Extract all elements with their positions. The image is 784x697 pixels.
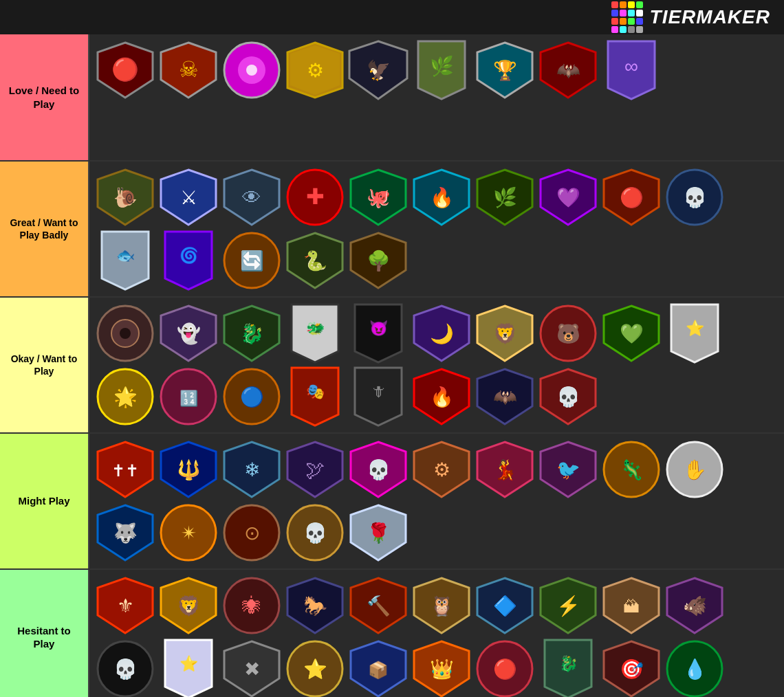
badge-h19[interactable]: 🎯 xyxy=(601,639,662,697)
logo-grid xyxy=(611,1,643,33)
badge-h18[interactable]: 🐉 xyxy=(538,639,598,697)
badge-h20[interactable]: 💧 xyxy=(664,639,725,697)
badge-g1[interactable]: 🐌 xyxy=(95,167,155,228)
badge-m5[interactable]: 💀 xyxy=(348,439,409,500)
badge-dark-elves[interactable]: 🦅 xyxy=(348,40,409,100)
badge-g2[interactable]: ⚔ xyxy=(158,167,219,228)
badge-g11[interactable]: 🐟 xyxy=(95,230,155,291)
badge-h7[interactable]: 🔷 xyxy=(475,575,535,636)
badge-m3[interactable]: ❄ xyxy=(221,439,282,500)
badge-g14[interactable]: 🐍 xyxy=(285,230,345,291)
badge-m2[interactable]: 🔱 xyxy=(158,439,219,500)
badge-o7[interactable]: 🦁 xyxy=(475,303,535,364)
badge-o15[interactable]: 🗡 xyxy=(348,366,409,427)
badge-h15[interactable]: 📦 xyxy=(348,639,409,697)
badge-m8[interactable]: 🐦 xyxy=(538,439,598,500)
badge-g12[interactable]: 🌀 xyxy=(158,230,219,291)
badge-h2[interactable]: 🦁 xyxy=(158,575,219,636)
badge-m1[interactable]: ✝✝ xyxy=(95,439,155,500)
badge-o14[interactable]: 🎭 xyxy=(285,366,345,427)
badge-h1[interactable]: ⚜ xyxy=(95,575,155,636)
badge-high-elves[interactable]: 🏆 xyxy=(475,40,535,100)
badge-g15[interactable]: 🌳 xyxy=(348,230,409,291)
svg-text:🔴: 🔴 xyxy=(111,56,139,82)
badge-slaanesh[interactable] xyxy=(221,40,282,100)
badge-h5[interactable]: 🔨 xyxy=(348,575,409,636)
badge-m9[interactable]: 🦎 xyxy=(601,439,662,500)
badge-h11[interactable]: 💀 xyxy=(95,639,155,697)
badge-o5[interactable]: 😈 xyxy=(348,303,409,364)
tier-label-might: Might Play xyxy=(0,434,88,568)
badge-m6[interactable]: ⚙ xyxy=(411,439,472,500)
svg-text:🔥: 🔥 xyxy=(430,186,454,209)
badge-chaos-warriors[interactable]: 🔴 xyxy=(95,40,155,100)
svg-text:💜: 💜 xyxy=(556,186,580,209)
badge-tzeentch[interactable]: ∞ xyxy=(601,40,662,100)
badge-h9[interactable]: 🏔 xyxy=(601,575,662,636)
svg-text:🔄: 🔄 xyxy=(240,250,264,272)
badge-m11[interactable]: 🐺 xyxy=(95,502,155,563)
badge-o6[interactable]: 🌙 xyxy=(411,303,472,364)
badge-o9[interactable]: 💚 xyxy=(601,303,662,364)
badge-o16[interactable]: 🔥 xyxy=(411,366,472,427)
tier-content-hesitant: ⚜ 🦁 🕷 🐎 🔨 🦉 🔷 ⚡ 🏔 xyxy=(88,570,784,697)
badge-o17[interactable]: 🦇 xyxy=(475,366,535,427)
badge-o12[interactable]: 🔢 xyxy=(158,366,219,427)
header: TIERMAKER xyxy=(0,0,784,34)
badge-m10[interactable]: ✋ xyxy=(664,439,725,500)
logo-cell xyxy=(628,18,635,25)
badge-h13[interactable]: ✖ xyxy=(221,639,282,697)
badge-o11[interactable]: 🌟 xyxy=(95,366,155,427)
badge-empire[interactable]: ⚙ xyxy=(285,40,345,100)
svg-text:🔵: 🔵 xyxy=(240,386,264,408)
badge-o10[interactable]: ⭐ xyxy=(664,303,725,364)
svg-text:⭐: ⭐ xyxy=(179,654,199,673)
tier-list: TIERMAKER Love / Need to Play 🔴 ☠ ⚙ 🦅 🌿 xyxy=(0,0,784,697)
badge-h10[interactable]: 🐗 xyxy=(664,575,725,636)
badge-o13[interactable]: 🔵 xyxy=(221,366,282,427)
badge-h16[interactable]: 👑 xyxy=(411,639,472,697)
svg-text:🌿: 🌿 xyxy=(430,55,454,78)
badge-o8[interactable]: 🐻 xyxy=(538,303,598,364)
badge-skaven[interactable]: ☠ xyxy=(158,40,219,100)
badge-g13[interactable]: 🔄 xyxy=(221,230,282,291)
badge-m4[interactable]: 🕊 xyxy=(285,439,345,500)
badge-m12[interactable]: ✴ xyxy=(158,502,219,563)
badge-h8[interactable]: ⚡ xyxy=(538,575,598,636)
badge-h17[interactable]: 🔴 xyxy=(475,639,535,697)
badge-vampire-counts[interactable]: 🦇 xyxy=(538,40,598,100)
svg-text:😈: 😈 xyxy=(369,319,389,338)
badge-h4[interactable]: 🐎 xyxy=(285,575,345,636)
badge-o3[interactable]: 🐉 xyxy=(221,303,282,364)
badge-m7[interactable]: 💃 xyxy=(475,439,535,500)
badge-h12[interactable]: ⭐ xyxy=(158,639,219,697)
svg-text:⚙: ⚙ xyxy=(433,459,450,480)
badge-m14[interactable]: 💀 xyxy=(285,502,345,563)
svg-text:🐲: 🐲 xyxy=(306,319,325,338)
svg-text:✋: ✋ xyxy=(683,458,707,481)
badge-m-rose[interactable]: 🌹 xyxy=(348,502,409,563)
logo-cell xyxy=(611,18,618,25)
badge-g8[interactable]: 💜 xyxy=(538,167,598,228)
badge-g7[interactable]: 🌿 xyxy=(475,167,535,228)
badge-g9[interactable]: 🔴 xyxy=(601,167,662,228)
badge-o18[interactable]: 💀 xyxy=(538,366,598,427)
badge-o1[interactable] xyxy=(95,303,155,364)
svg-text:✖: ✖ xyxy=(244,659,260,680)
badge-m13[interactable]: ⊙ xyxy=(221,502,282,563)
badge-g6[interactable]: 🔥 xyxy=(411,167,472,228)
badge-h14[interactable]: ⭐ xyxy=(285,639,345,697)
badge-o2[interactable]: 👻 xyxy=(158,303,219,364)
badge-g3[interactable]: 👁 xyxy=(221,167,282,228)
badge-o4[interactable]: 🐲 xyxy=(285,303,345,364)
svg-text:🎭: 🎭 xyxy=(306,382,325,401)
badge-beastmen[interactable]: 🌿 xyxy=(411,40,472,100)
badge-g4[interactable]: ✚ xyxy=(285,167,345,228)
logo-cell xyxy=(611,1,618,8)
badge-h6[interactable]: 🦉 xyxy=(411,575,472,636)
svg-point-4 xyxy=(246,65,257,76)
badge-g10[interactable]: 💀 xyxy=(664,167,725,228)
badge-h3[interactable]: 🕷 xyxy=(221,575,282,636)
svg-text:❄: ❄ xyxy=(244,459,260,480)
badge-g5[interactable]: 🐙 xyxy=(348,167,409,228)
